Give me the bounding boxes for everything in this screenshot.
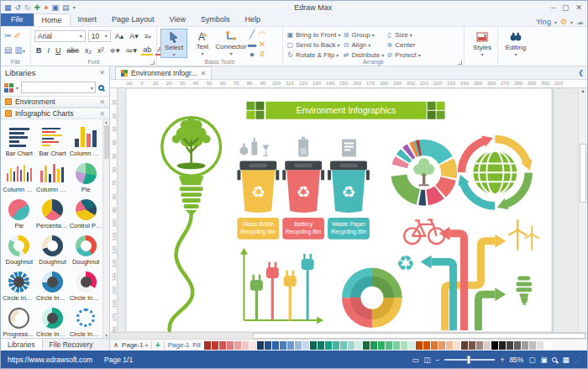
fill-swatch[interactable] <box>469 341 475 350</box>
fill-swatch[interactable] <box>484 341 491 350</box>
magnifier-icon[interactable] <box>552 357 557 362</box>
page-tab[interactable]: Page-1 <box>168 341 190 349</box>
list-button[interactable]: ≔▾ <box>124 46 139 55</box>
theme-icon[interactable]: ● <box>44 2 48 13</box>
text-tool-button[interactable]: AText▾ <box>189 29 216 58</box>
fill-swatch[interactable] <box>219 341 226 350</box>
crop-tool-icon[interactable]: # <box>260 50 265 59</box>
library-item-progress-bar[interactable]: Progress Bar <box>3 302 36 338</box>
rectangle-tool-icon[interactable]: ▬ <box>248 40 256 49</box>
line-spacing-button[interactable]: ≑▾ <box>108 46 122 55</box>
library-item-column-c-[interactable]: Column C... <box>36 157 70 193</box>
shrink-font-button[interactable]: A▾ <box>128 32 140 40</box>
zoom-level[interactable]: 85% <box>509 356 523 364</box>
library-item-circle-indic-[interactable]: Circle Indic... <box>3 266 36 302</box>
fill-swatch[interactable] <box>212 341 218 350</box>
scroll-down-icon[interactable]: ▼ <box>103 333 109 338</box>
arrange-send-to-back-button[interactable]: ▢Send to Back▾ <box>286 40 340 50</box>
fill-swatch[interactable] <box>370 341 377 350</box>
menu-tab-home[interactable]: Home <box>34 13 71 26</box>
library-menu-icon[interactable] <box>4 83 13 92</box>
fill-swatch[interactable] <box>295 341 302 350</box>
settings-caret-icon[interactable]: ▾ <box>570 19 573 25</box>
collapse-panel-icon[interactable]: ❮ <box>578 69 584 76</box>
fill-swatch[interactable] <box>544 341 551 350</box>
paste-special-icon[interactable]: ▥▾ <box>14 45 24 55</box>
sidebar-tab-libraries[interactable]: Libraries <box>1 339 43 351</box>
close-button[interactable]: ✕ <box>575 3 582 12</box>
cut-icon[interactable]: ✂ <box>4 31 11 40</box>
arc-tool-icon[interactable]: ◠ <box>259 29 266 39</box>
library-search-input[interactable]: ▾ <box>21 82 96 93</box>
fill-swatch[interactable] <box>242 341 249 350</box>
add-page-button[interactable]: + <box>155 340 160 350</box>
fill-swatch[interactable] <box>257 341 264 350</box>
arrange-center-button[interactable]: ⊕Center <box>386 40 420 50</box>
resize-grip[interactable]: ⋰ <box>575 356 581 364</box>
pan-view-icon[interactable]: ◫ <box>423 356 430 364</box>
library-menu-caret-icon[interactable]: ▾ <box>16 85 18 91</box>
horizontal-scrollbar[interactable] <box>110 332 587 339</box>
arrange-group-button[interactable]: ⊞Group▾ <box>342 29 384 40</box>
fill-swatch[interactable] <box>408 341 415 350</box>
tab-close-icon[interactable]: ✕ <box>200 70 206 77</box>
align-button[interactable]: ≡▾ <box>143 32 153 40</box>
erase-tool-icon[interactable]: ✕ <box>259 40 265 49</box>
menu-tab-symbols[interactable]: Symbols <box>193 13 238 26</box>
line-tool-icon[interactable]: ╱ <box>249 29 255 39</box>
fill-swatch[interactable] <box>537 341 543 350</box>
fill-swatch[interactable] <box>363 341 370 350</box>
recycling-bins-shape[interactable]: ♻ ♻ ♻ Gl <box>237 137 369 240</box>
library-item-circle-indic-[interactable]: Circle Indic... <box>69 266 102 302</box>
fill-swatch[interactable] <box>514 341 521 350</box>
fill-swatch[interactable] <box>355 341 362 350</box>
doughnut-chart-shape[interactable] <box>342 268 402 329</box>
font-format-button-2[interactable]: U <box>54 46 63 55</box>
zoom-out-icon[interactable]: − <box>435 356 439 364</box>
fill-swatch[interactable] <box>401 341 407 350</box>
library-section-infographic-charts[interactable]: Infographic Charts ✕ <box>1 108 109 119</box>
font-size-select[interactable]: 10▾ <box>88 30 111 42</box>
fill-swatch[interactable] <box>423 341 430 350</box>
zoom-in-icon[interactable]: + <box>500 356 504 364</box>
print-icon[interactable]: ▤ <box>62 2 70 13</box>
paste-icon[interactable]: ▤ <box>4 45 12 55</box>
fill-swatch[interactable] <box>393 341 400 350</box>
scroll-up-icon[interactable]: ▲ <box>104 119 108 124</box>
library-item-bar-chart[interactable]: Bar Chart <box>3 121 36 157</box>
redo-icon[interactable]: ↻ <box>24 2 31 13</box>
menu-tab-insert[interactable]: Insert <box>71 13 105 26</box>
editing-button[interactable]: Editing ▾ <box>501 29 530 57</box>
zoom-slider-thumb[interactable] <box>467 356 470 364</box>
fill-swatch[interactable] <box>204 341 211 350</box>
fill-swatch[interactable] <box>476 341 483 350</box>
menu-tab-file[interactable]: File <box>1 13 34 26</box>
scroll-up-icon[interactable]: ▲ <box>580 88 585 93</box>
library-scrollbar[interactable]: ▲▼ <box>102 119 109 338</box>
highlight-button[interactable]: ab <box>141 45 153 55</box>
library-item-control-po-[interactable]: Control Po... <box>69 193 102 229</box>
fill-swatch[interactable] <box>340 341 347 350</box>
library-item-doughnut[interactable]: Doughnut <box>69 229 102 266</box>
fill-swatch[interactable] <box>431 341 438 350</box>
fill-swatch[interactable] <box>265 341 271 350</box>
fill-swatch[interactable] <box>446 341 453 350</box>
menu-tab-view[interactable]: View <box>162 13 193 26</box>
zoom-slider[interactable] <box>444 359 495 361</box>
library-item-circle-indic-[interactable]: Circle Indic... <box>36 302 70 338</box>
vertical-scroll-thumb[interactable] <box>580 144 586 203</box>
fill-swatch[interactable] <box>491 341 498 350</box>
font-format-button-0[interactable]: B <box>34 46 44 55</box>
status-url[interactable]: https://www.edrawsoft.com <box>8 356 92 364</box>
fill-swatch[interactable] <box>386 341 392 350</box>
page-select[interactable]: Page-1 ▾ <box>122 341 148 349</box>
fill-swatch[interactable] <box>272 341 279 350</box>
section-close-icon[interactable]: ✕ <box>99 110 105 118</box>
save-icon[interactable]: ▣ <box>52 2 60 13</box>
menu-tab-page-layout[interactable]: Page Layout <box>104 13 162 26</box>
font-format-button-3[interactable]: abc <box>66 46 81 55</box>
library-item-doughnut[interactable]: Doughnut <box>36 229 70 266</box>
document-tab[interactable]: Environment Infogr... ✕ <box>115 66 212 79</box>
fill-swatch[interactable] <box>280 341 286 350</box>
fill-swatch[interactable] <box>529 341 536 350</box>
